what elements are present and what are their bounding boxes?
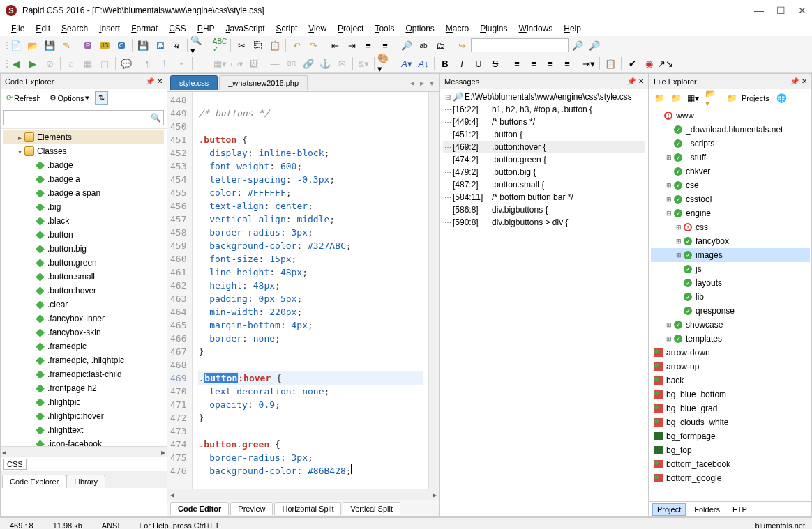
stop-icon[interactable]: ⊘: [42, 56, 57, 71]
strike-icon[interactable]: S: [488, 56, 503, 71]
class-item[interactable]: .framedpic:last-child: [3, 367, 164, 381]
menu-windows[interactable]: Windows: [513, 22, 559, 35]
fe-folder[interactable]: ✓qresponse: [651, 304, 810, 318]
nav-fwd-icon[interactable]: ▶: [25, 56, 40, 71]
code-editor[interactable]: /* buttons */.button { display: inline-b…: [193, 92, 428, 489]
align-just-icon[interactable]: ≡: [559, 56, 575, 71]
outdent-icon[interactable]: ⇤: [327, 38, 343, 53]
class-item[interactable]: .badge: [3, 158, 164, 172]
validate-icon[interactable]: ✔: [624, 56, 640, 71]
copy-icon[interactable]: ⿻: [250, 38, 266, 53]
class-item[interactable]: .button.green: [3, 256, 164, 270]
ftp-icon[interactable]: ↗↘: [658, 56, 673, 71]
fe-folder[interactable]: ✓chkver: [651, 164, 810, 178]
menu-file[interactable]: File: [6, 22, 30, 35]
fe-file[interactable]: bg_formpage: [651, 429, 810, 443]
bold-icon[interactable]: B: [437, 56, 453, 71]
class-item[interactable]: .hlightpic:hover: [3, 409, 164, 423]
file-tab-style[interactable]: style.css: [170, 75, 218, 90]
class-item[interactable]: .hlightpic: [3, 395, 164, 409]
pin-icon[interactable]: 📌: [790, 77, 799, 85]
fe-folder[interactable]: ✓_scripts: [651, 137, 810, 151]
fe-file[interactable]: bottom_google: [651, 471, 810, 485]
class-item[interactable]: .clear: [3, 298, 164, 312]
menu-project[interactable]: Project: [332, 22, 369, 35]
js-icon[interactable]: JS: [97, 38, 112, 53]
menu-format[interactable]: Format: [126, 22, 163, 35]
list-ul-icon[interactable]: •: [174, 56, 189, 71]
class-item[interactable]: .frontpage h2: [3, 381, 164, 395]
sq-icon[interactable]: ▢: [97, 56, 112, 71]
message-row[interactable]: ⋯[590:8]div.bigbuttons > div {: [443, 216, 645, 229]
h-scrollbar[interactable]: ◂▸: [1, 446, 167, 457]
message-row[interactable]: ⋯[451:2].button {: [443, 128, 645, 141]
layout-icon[interactable]: ▦: [80, 56, 96, 71]
tree-elements[interactable]: ▸Elements: [3, 130, 164, 144]
fe-view-icon[interactable]: ▦▾: [686, 91, 700, 105]
fe-folder[interactable]: ⊞✓showcase: [651, 318, 810, 332]
edit-icon[interactable]: ✎: [59, 38, 74, 53]
fe-folder[interactable]: ✓lib: [651, 290, 810, 304]
bubble-icon[interactable]: 💬: [119, 56, 134, 71]
search-input[interactable]: [471, 38, 569, 52]
etab-preview[interactable]: Preview: [230, 502, 273, 515]
menu-javascript[interactable]: JavaScript: [220, 22, 271, 35]
fe-tab-folders[interactable]: Folders: [690, 504, 724, 515]
message-row[interactable]: ⋯[469:2].button:hover {: [443, 141, 645, 153]
fe-folder[interactable]: ✓layouts: [651, 276, 810, 290]
css-icon[interactable]: C: [114, 38, 129, 53]
find-files-icon[interactable]: 🗂: [433, 38, 448, 53]
save-icon[interactable]: 💾: [42, 38, 57, 53]
underline-icon[interactable]: U: [471, 56, 486, 71]
options-button[interactable]: ⚙ Options▾: [47, 92, 93, 104]
align-left-icon[interactable]: ≡: [509, 56, 525, 71]
message-row[interactable]: ⋯[449:4]/* buttons */: [443, 116, 645, 128]
fe-file[interactable]: arrow-up: [651, 360, 810, 374]
message-row[interactable]: ⋯[16:22]h1, h2, h3, #top a, .button {: [443, 103, 645, 116]
projects-label[interactable]: Projects: [742, 94, 769, 102]
menu-edit[interactable]: Edit: [30, 22, 56, 35]
class-item[interactable]: .button:hover: [3, 284, 164, 298]
fe-folder[interactable]: ⊞✓cse: [651, 178, 810, 192]
tab-code-explorer[interactable]: Code Explorer: [2, 475, 66, 488]
tab-next-icon[interactable]: ▸: [417, 78, 427, 88]
open-file-icon[interactable]: 📂: [25, 38, 40, 53]
comment-icon[interactable]: ≡: [361, 38, 376, 53]
paste-icon[interactable]: 📋: [267, 38, 283, 53]
class-item[interactable]: .big: [3, 200, 164, 214]
class-item[interactable]: .badge a span: [3, 186, 164, 200]
code-explorer-tree[interactable]: ▸Elements ▾Classes .badge.badge a.badge …: [1, 129, 167, 446]
class-item[interactable]: .badge a: [3, 172, 164, 186]
search-opts-icon[interactable]: 🔎: [587, 38, 602, 53]
v-scrollbar[interactable]: [428, 92, 439, 489]
pilcrow-icon[interactable]: ¶: [140, 56, 156, 71]
sort-button[interactable]: ⇅: [95, 91, 108, 105]
menu-tools[interactable]: Tools: [369, 22, 400, 35]
tree-classes[interactable]: ▾Classes: [3, 144, 164, 158]
link-icon[interactable]: 🔗: [301, 56, 316, 71]
img-icon[interactable]: 🖼: [246, 56, 261, 71]
list-ol-icon[interactable]: ⒈: [157, 56, 172, 71]
env-icon[interactable]: ✉: [334, 56, 349, 71]
menu-options[interactable]: Options: [400, 22, 439, 35]
fe-projects-icon[interactable]: 📁: [725, 91, 739, 105]
menu-help[interactable]: Help: [558, 22, 587, 35]
align-right-icon[interactable]: ≡: [543, 56, 558, 71]
print-icon[interactable]: 🖨: [169, 38, 184, 53]
class-item[interactable]: .hlighttext: [3, 423, 164, 437]
class-icon[interactable]: 📋: [603, 56, 618, 71]
br-icon[interactable]: BR: [284, 56, 299, 71]
home-icon[interactable]: ⌂: [63, 56, 79, 71]
menu-search[interactable]: Search: [56, 22, 93, 35]
refresh-button[interactable]: ⟳ Refresh: [3, 92, 44, 104]
class-item[interactable]: .icon-facebook: [3, 437, 164, 446]
fe-file[interactable]: back: [651, 374, 810, 388]
editor-h-scrollbar[interactable]: ◂▸: [167, 489, 439, 500]
file-tree[interactable]: !www✓_download.blumentals.net✓_scripts⊞✓…: [649, 107, 811, 501]
table-icon[interactable]: ▦▾: [212, 56, 227, 71]
explorer-search-input[interactable]: [3, 110, 164, 125]
close-panel-icon[interactable]: ✕: [802, 77, 807, 85]
div-icon[interactable]: ▭: [195, 56, 211, 71]
indent-icon[interactable]: ⇥: [344, 38, 359, 53]
fe-tab-ftp[interactable]: FTP: [728, 504, 751, 515]
